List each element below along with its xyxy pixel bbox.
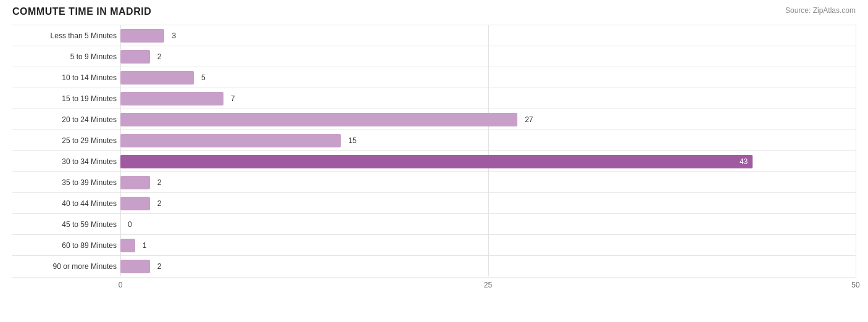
- bar-row: 35 to 39 Minutes2: [12, 171, 856, 192]
- grid-line: [488, 214, 489, 234]
- bar-fill: [120, 239, 135, 252]
- bar-track: 15: [120, 130, 856, 151]
- bar-value: 2: [157, 262, 162, 271]
- bar-track: 43: [120, 151, 856, 171]
- bar-value: 2: [157, 52, 162, 61]
- bar-row: 20 to 24 Minutes27: [12, 109, 856, 130]
- grid-line: [488, 88, 489, 109]
- bar-track: 0: [120, 214, 856, 234]
- bar-fill: [120, 29, 164, 43]
- bar-value: 1: [143, 241, 147, 250]
- chart-area: Less than 5 Minutes35 to 9 Minutes210 to…: [12, 25, 856, 292]
- bar-fill: 43: [120, 155, 753, 168]
- bar-label: 40 to 44 Minutes: [12, 199, 120, 208]
- bar-value: 43: [740, 157, 748, 166]
- bar-label: 20 to 24 Minutes: [12, 115, 120, 124]
- bar-track: 7: [120, 88, 856, 109]
- bar-track: 2: [120, 46, 856, 67]
- bar-label: 90 or more Minutes: [12, 262, 120, 271]
- bar-label: 35 to 39 Minutes: [12, 178, 120, 187]
- bar-fill: [120, 71, 194, 85]
- bar-track: 27: [120, 109, 856, 130]
- bar-label: 5 to 9 Minutes: [12, 52, 120, 61]
- grid-line: [856, 151, 856, 171]
- grid-line: [856, 25, 856, 46]
- bar-value: 5: [201, 73, 206, 82]
- bar-row: 10 to 14 Minutes5: [12, 67, 856, 88]
- bar-fill: [120, 134, 341, 147]
- grid-line: [488, 172, 489, 192]
- bar-track: 3: [120, 25, 856, 46]
- bar-label: 45 to 59 Minutes: [12, 220, 120, 229]
- bar-fill: [120, 260, 150, 273]
- bar-row: 25 to 29 Minutes15: [12, 130, 856, 151]
- bar-label: 10 to 14 Minutes: [12, 73, 120, 82]
- grid-line: [488, 193, 489, 213]
- bar-track: 2: [120, 193, 856, 213]
- grid-line: [488, 25, 489, 46]
- bar-row: 45 to 59 Minutes0: [12, 213, 856, 234]
- grid-line: [856, 214, 856, 234]
- grid-line: [488, 235, 489, 255]
- grid-line: [856, 256, 856, 276]
- bar-label: 30 to 34 Minutes: [12, 157, 120, 166]
- bar-fill: [120, 113, 517, 126]
- x-tick-label: 0: [119, 281, 123, 289]
- x-tick-label: 25: [484, 281, 492, 289]
- bar-row: Less than 5 Minutes3: [12, 25, 856, 46]
- bar-track: 2: [120, 256, 856, 276]
- grid-line: [488, 256, 489, 276]
- grid-line: [856, 67, 856, 88]
- bar-row: 15 to 19 Minutes7: [12, 88, 856, 109]
- bar-track: 1: [120, 235, 856, 255]
- grid-line: [856, 109, 856, 130]
- grid-line: [856, 88, 856, 109]
- bar-value: 27: [525, 115, 533, 124]
- bar-value: 15: [348, 136, 356, 145]
- bar-row: 40 to 44 Minutes2: [12, 192, 856, 213]
- bar-row: 30 to 34 Minutes43: [12, 151, 856, 171]
- bar-value: 2: [157, 178, 162, 187]
- grid-line: [488, 130, 489, 151]
- bar-fill: [120, 92, 223, 105]
- grid-line: [856, 130, 856, 151]
- bar-track: 5: [120, 67, 856, 88]
- grid-line: [856, 235, 856, 255]
- bar-label: 60 to 89 Minutes: [12, 241, 120, 250]
- grid-line: [488, 67, 489, 88]
- bar-label: 25 to 29 Minutes: [12, 136, 120, 145]
- bar-label: 15 to 19 Minutes: [12, 94, 120, 103]
- x-axis-labels: 02550: [120, 278, 856, 292]
- bar-row: 60 to 89 Minutes1: [12, 234, 856, 255]
- bar-value: 7: [231, 94, 235, 103]
- grid-line: [856, 46, 856, 67]
- bar-value: 3: [172, 31, 176, 40]
- bar-fill: [120, 50, 150, 64]
- grid-line: [488, 46, 489, 67]
- x-axis-row: 02550: [12, 278, 856, 292]
- grid-line: [120, 214, 121, 234]
- bar-fill: [120, 197, 150, 210]
- bar-track: 2: [120, 172, 856, 192]
- x-tick-label: 50: [851, 281, 859, 289]
- bar-value: 0: [128, 220, 132, 229]
- bar-row: 90 or more Minutes2: [12, 255, 856, 276]
- bar-label: Less than 5 Minutes: [12, 31, 120, 40]
- bar-row: 5 to 9 Minutes2: [12, 46, 856, 67]
- bar-value: 2: [157, 199, 162, 208]
- bar-fill: [120, 176, 150, 189]
- grid-line: [856, 172, 856, 192]
- chart-title: COMMUTE TIME IN MADRID: [12, 6, 151, 17]
- grid-line: [856, 193, 856, 213]
- source-label: Source: ZipAtlas.com: [785, 6, 856, 15]
